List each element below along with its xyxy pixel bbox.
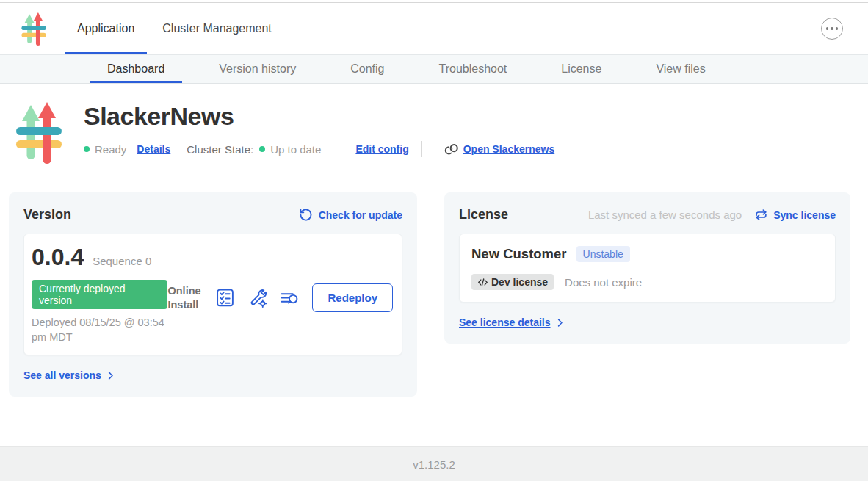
license-card: License Last synced a few seconds ago Sy… [444,192,850,344]
divider [421,141,422,157]
version-card: Version Check for update 0.0.4 Sequence … [9,192,417,397]
preflight-checks-icon[interactable] [215,288,235,308]
license-expiry: Does not expire [565,276,642,289]
app-status-row: Ready Details Cluster State: Up to date … [84,141,554,157]
see-license-details-link[interactable]: See license details [459,317,565,328]
open-app-label: Open Slackernews [463,143,555,155]
cluster-state-value: Up to date [270,143,321,156]
open-app-link[interactable]: Open Slackernews [444,143,555,155]
chevron-right-icon [105,370,116,381]
license-card-title: License [459,207,508,223]
top-nav: Application Cluster Management [0,3,868,54]
current-version-panel: 0.0.4 Sequence 0 Currently deployed vers… [23,234,402,355]
version-actions: Online Install [167,283,393,312]
app-status-dot [84,146,90,152]
config-wrench-icon[interactable] [247,288,267,308]
deployed-badge: Currently deployed version [32,280,167,309]
tab-license[interactable]: License [543,55,619,83]
license-panel: New Customer Unstable Dev license Does n… [459,234,836,303]
tab-troubleshoot[interactable]: Troubleshoot [421,55,524,83]
main-content: SlackerNews Ready Details Cluster State:… [0,84,868,446]
version-card-title: Version [23,207,71,223]
version-number: 0.0.4 [32,244,84,271]
slackernews-app-icon [15,102,63,164]
slackernews-logo-icon [21,12,47,46]
see-all-versions-link[interactable]: See all versions [23,369,116,381]
tab-config[interactable]: Config [333,55,402,83]
install-type-label: Online Install [167,284,203,311]
dashboard-cards: Version Check for update 0.0.4 Sequence … [9,192,850,397]
chain-link-icon [444,144,460,155]
status-details-link[interactable]: Details [137,143,170,155]
tab-version-history[interactable]: Version history [201,55,314,83]
tab-cluster-management[interactable]: Cluster Management [150,3,284,54]
app-status-label: Ready [95,143,126,156]
app-sub-nav: Dashboard Version history Config Trouble… [0,54,868,84]
sequence-label: Sequence 0 [93,255,151,267]
tab-view-files[interactable]: View files [638,55,723,83]
console-version: v1.125.2 [413,458,455,471]
overflow-menu-button[interactable] [821,18,843,40]
nav-right [821,3,843,54]
app-header: SlackerNews Ready Details Cluster State:… [0,84,868,164]
deploy-logs-icon[interactable] [280,288,300,308]
page-title: SlackerNews [84,102,554,131]
edit-config-link[interactable]: Edit config [355,143,408,155]
divider [333,141,333,157]
sync-license-link[interactable]: Sync license [773,209,836,221]
cluster-state-label: Cluster State: [187,143,253,156]
check-for-update-link[interactable]: Check for update [319,209,402,221]
ellipsis-icon [826,27,829,30]
top-nav-tabs: Application Cluster Management [65,3,284,54]
footer: v1.125.2 [0,446,868,481]
cluster-state-dot [259,146,265,152]
tab-dashboard[interactable]: Dashboard [90,55,182,83]
license-type-badge: Dev license [471,274,554,290]
last-synced-label: Last synced a few seconds ago [588,209,742,221]
refresh-icon [299,208,313,222]
deployed-timestamp: Deployed 08/15/25 @ 03:54 pm MDT [32,316,167,344]
customer-name: New Customer [471,246,567,262]
code-icon [477,278,488,287]
redeploy-button[interactable]: Redeploy [312,283,393,312]
tab-application[interactable]: Application [65,3,147,54]
sync-icon [755,209,767,221]
chevron-right-icon [554,317,565,328]
channel-badge: Unstable [576,246,630,262]
